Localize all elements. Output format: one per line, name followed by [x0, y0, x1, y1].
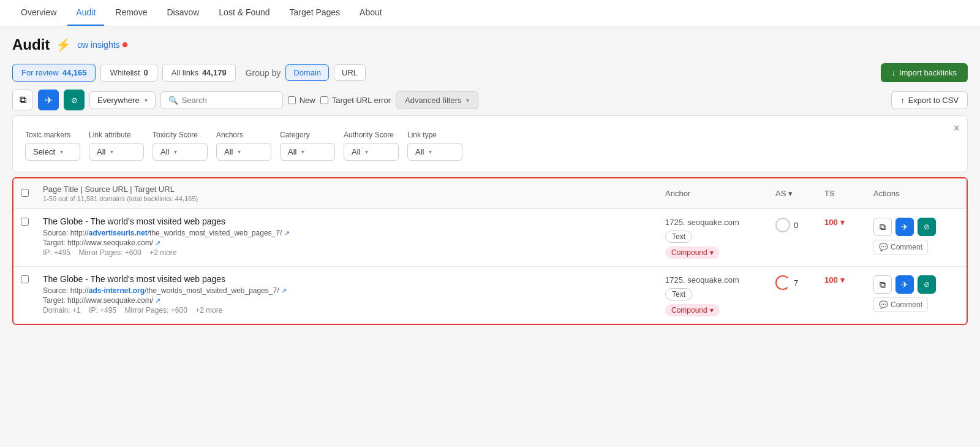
block-action-button[interactable]: ⊘: [918, 218, 936, 236]
send-action-button[interactable]: ✈: [895, 275, 914, 294]
search-box: 🔍: [160, 91, 283, 109]
copy-icon: ⧉: [20, 94, 26, 105]
send-icon-button[interactable]: ✈: [38, 90, 59, 110]
link-type-group: Link type All ▾: [407, 131, 462, 161]
chevron-down-icon: ▾: [238, 148, 241, 155]
external-link-icon[interactable]: ↗: [281, 287, 287, 294]
external-link-icon[interactable]: ↗: [155, 297, 160, 304]
target-url-error-label[interactable]: Target URL error: [320, 96, 391, 105]
category-group: Category All ▾: [280, 131, 335, 161]
compound-badge[interactable]: Compound ▾: [665, 246, 720, 259]
search-input[interactable]: [182, 96, 275, 105]
new-checkbox[interactable]: [288, 96, 296, 104]
chevron-down-icon: ▾: [60, 148, 63, 155]
nav-target-pages[interactable]: Target Pages: [281, 0, 349, 26]
target-url-error-checkbox[interactable]: [320, 96, 328, 104]
nav-disavow[interactable]: Disavow: [158, 0, 208, 26]
close-panel-button[interactable]: ×: [953, 122, 960, 135]
chevron-down-icon: ▾: [145, 97, 148, 104]
block-icon: ⊘: [71, 96, 78, 105]
nav-audit[interactable]: Audit: [67, 0, 104, 26]
row-content-cell: The Globe - The world's most visited web…: [43, 216, 665, 257]
new-checkbox-label[interactable]: New: [288, 96, 315, 105]
anchors-select[interactable]: All ▾: [216, 143, 271, 161]
page-header: Audit ⚡ ow insights: [12, 36, 968, 53]
as-value: 0: [794, 221, 798, 230]
tab-whitelist[interactable]: Whitelist 0: [100, 64, 157, 82]
comment-button[interactable]: 💬 Comment: [873, 240, 928, 254]
top-navigation: Overview Audit Remove Disavow Lost & Fou…: [0, 0, 980, 26]
chevron-down-icon: ▾: [174, 148, 177, 155]
external-link-icon[interactable]: ↗: [155, 239, 160, 246]
copy-action-button[interactable]: ⧉: [873, 218, 892, 236]
anchors-label: Anchors: [216, 131, 271, 139]
copy-icon-button[interactable]: ⧉: [12, 90, 33, 110]
chevron-down-icon: ▾: [365, 148, 368, 155]
toxicity-score-select[interactable]: All ▾: [153, 143, 208, 161]
comment-icon: 💬: [879, 300, 888, 309]
tab-for-review[interactable]: For review 44,165: [12, 64, 96, 82]
row-checkbox[interactable]: [21, 275, 29, 283]
nav-overview[interactable]: Overview: [12, 0, 65, 26]
row-meta: Domain: +1 IP: +495 Mirror Pages: +600 +…: [43, 306, 665, 315]
row-target: Target: http://www.seoquake.com/ ↗: [43, 239, 665, 247]
chevron-down-icon: ▾: [710, 306, 714, 315]
send-action-button[interactable]: ✈: [895, 218, 914, 236]
location-dropdown[interactable]: Everywhere ▾: [89, 91, 156, 109]
copy-action-button[interactable]: ⧉: [873, 275, 892, 294]
row-checkbox-cell: [21, 216, 43, 226]
search-icon: 🔍: [168, 96, 178, 105]
row-anchor-col: 1725. seoquake.com Text Compound ▾: [665, 216, 775, 259]
row-source: Source: http://advertiseurls.net/the_wor…: [43, 229, 665, 237]
table-row: The Globe - The world's most visited web…: [13, 209, 967, 267]
link-type-label: Link type: [407, 131, 462, 139]
external-link-icon[interactable]: ↗: [284, 229, 290, 237]
block-icon-button[interactable]: ⊘: [64, 90, 85, 110]
upload-icon: ↑: [900, 96, 905, 105]
nav-lost-found[interactable]: Lost & Found: [210, 0, 278, 26]
row-as-col: 7: [775, 274, 824, 290]
row-content-cell: The Globe - The world's most visited web…: [43, 274, 665, 315]
export-to-csv-button[interactable]: ↑ Export to CSV: [891, 91, 968, 109]
chevron-down-icon: ▾: [710, 248, 714, 257]
compound-badge[interactable]: Compound ▾: [665, 304, 720, 316]
row-meta: IP: +495 Mirror Pages: +600 +2 more: [43, 248, 665, 257]
link-attribute-label: Link attribute: [89, 131, 144, 139]
authority-score-select[interactable]: All ▾: [344, 143, 399, 161]
row-actions-col: ⧉ ✈ ⊘ 💬 Comment: [873, 274, 959, 312]
row-checkbox[interactable]: [21, 218, 29, 226]
send-icon: ✈: [45, 94, 53, 106]
header-title-col: Page Title | Source URL | Target URL 1-5…: [43, 185, 665, 202]
group-by-url[interactable]: URL: [334, 64, 366, 81]
table-header-row: Page Title | Source URL | Target URL 1-5…: [13, 178, 967, 209]
tab-all-links[interactable]: All links 44,179: [162, 64, 236, 82]
advanced-filters-button[interactable]: Advanced filters ▾: [396, 91, 479, 109]
block-action-button[interactable]: ⊘: [918, 275, 936, 294]
nav-remove[interactable]: Remove: [107, 0, 156, 26]
header-as-col[interactable]: AS ▾: [775, 189, 824, 198]
notification-dot: [123, 42, 127, 47]
header-ts-col: TS: [824, 189, 873, 198]
nav-about[interactable]: About: [351, 0, 391, 26]
page-container: Audit ⚡ ow insights For review 44,165 Wh…: [0, 26, 980, 335]
group-by-domain[interactable]: Domain: [285, 64, 329, 81]
anchor-domain: 1725. seoquake.com: [665, 218, 739, 227]
as-circle-icon: [775, 218, 790, 232]
insights-link[interactable]: ow insights: [77, 40, 127, 50]
category-select[interactable]: All ▾: [280, 143, 335, 161]
link-attribute-select[interactable]: All ▾: [89, 143, 144, 161]
link-type-select[interactable]: All ▾: [407, 143, 462, 161]
download-icon: ↓: [892, 68, 896, 77]
chevron-down-icon[interactable]: ▾: [840, 275, 845, 285]
select-all-checkbox[interactable]: [21, 189, 29, 197]
source-url-link[interactable]: ads-internet.org: [89, 286, 145, 295]
toxic-markers-select[interactable]: Select ▾: [25, 143, 80, 161]
header-anchor-col: Anchor: [665, 189, 775, 198]
chevron-down-icon: ▾: [466, 97, 469, 104]
import-backlinks-button[interactable]: ↓ Import backlinks: [881, 63, 968, 82]
comment-icon: 💬: [879, 243, 888, 251]
comment-button[interactable]: 💬 Comment: [873, 297, 928, 312]
source-url-link[interactable]: advertiseurls.net: [89, 229, 148, 237]
chevron-down-icon[interactable]: ▾: [840, 218, 845, 227]
filter-bar: ⧉ ✈ ⊘ Everywhere ▾ 🔍 New Target URL erro…: [12, 90, 968, 110]
